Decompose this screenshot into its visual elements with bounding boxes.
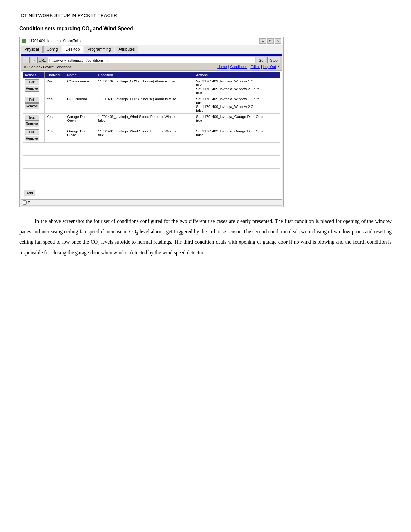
stop-button[interactable]: Stop — [267, 57, 280, 63]
edit-button-3[interactable]: Edit — [25, 115, 39, 121]
remove-button-2[interactable]: Remove — [25, 103, 39, 109]
condition-1: 11701409_lavtheja_CO2 (In house) Alarm i… — [96, 78, 194, 96]
edit-button-1[interactable]: Edit — [25, 79, 39, 85]
url-input[interactable] — [48, 57, 255, 63]
actions-4: Set 11701409_lavtheja_Garage Door On tof… — [194, 128, 280, 143]
tab-config[interactable]: Config — [43, 46, 62, 53]
bottom-area: Top — [21, 199, 282, 205]
action-cell-1: Edit Remove — [25, 79, 43, 92]
condition-2: 11701409_lavtheja_CO2 (In house) Alarm i… — [96, 96, 194, 114]
tab-physical[interactable]: Physical — [21, 46, 43, 53]
remove-button-4[interactable]: Remove — [25, 136, 39, 141]
empty-row — [23, 149, 280, 156]
add-button[interactable]: Add — [24, 190, 35, 196]
enabled-4: Yes — [44, 128, 65, 143]
top-checkbox-label: Top — [23, 200, 34, 205]
table-row: Edit Remove Yes CO2 Normal 11701409_lavt… — [23, 96, 280, 114]
go-button[interactable]: Go — [256, 57, 267, 63]
nav-conditions[interactable]: Conditions — [230, 65, 247, 69]
top-checkbox-text: Top — [28, 201, 34, 205]
col-header-actions: Actions — [23, 72, 45, 78]
remove-button-1[interactable]: Remove — [25, 86, 39, 92]
col-header-name: Name — [65, 72, 96, 78]
enabled-2: Yes — [44, 96, 65, 114]
action-cell-3: Edit Remove — [25, 115, 43, 127]
server-links: Home | Conditions | Editor | Log Out ∧ — [217, 65, 280, 69]
empty-row — [23, 169, 280, 175]
condition-4: 11701409_lavtheja_Wind Speed Detector Wi… — [96, 128, 194, 143]
url-label: URL — [39, 58, 46, 62]
simulator-window: 11701409_lavtheja_SmartTablet – □ ✕ Phys… — [19, 37, 284, 207]
window-titlebar: 11701409_lavtheja_SmartTablet – □ ✕ — [20, 37, 283, 45]
empty-row — [23, 175, 280, 181]
actions-3: Set 11701409_lavtheja_Garage Door On tot… — [194, 114, 280, 128]
edit-button-2[interactable]: Edit — [25, 97, 39, 103]
tab-desktop[interactable]: Desktop — [62, 46, 83, 53]
nav-logout[interactable]: Log Out — [263, 65, 276, 69]
action-cell-4: Edit Remove — [25, 129, 43, 141]
close-button[interactable]: ✕ — [275, 38, 281, 44]
actions-2: Set 11701409_lavtheja_Window 1 On tofals… — [194, 96, 280, 114]
tab-programming[interactable]: Programming — [84, 46, 114, 53]
page-title: IOT NETWORK SETUP IN PACKET TRACER — [19, 13, 392, 18]
empty-row — [23, 156, 280, 162]
back-button[interactable]: ‹ — [23, 57, 30, 63]
actions-1: Set 11701409_lavtheja_Window 1 On totrue… — [194, 78, 280, 96]
nav-home[interactable]: Home — [217, 65, 227, 69]
action-cell-2: Edit Remove — [25, 97, 43, 109]
server-label: IoT Server - Device Conditions — [23, 65, 72, 69]
condition-3: 11701409_lavtheja_Wind Speed Detector Wi… — [96, 114, 194, 128]
name-2: CO2 Normal — [65, 96, 96, 114]
name-4: Garage DoorClose — [65, 128, 96, 143]
col-header-enabled: Enabled — [44, 72, 65, 78]
empty-row — [23, 162, 280, 169]
forward-button[interactable]: › — [31, 57, 38, 63]
enabled-1: Yes — [44, 78, 65, 96]
window-controls: – □ ✕ — [259, 38, 281, 44]
top-checkbox[interactable] — [23, 200, 27, 205]
body-paragraph: In the above screenshot the four set of … — [19, 216, 392, 257]
nav-bar: ‹ › URL Go Stop — [23, 57, 280, 63]
remove-button-3[interactable]: Remove — [25, 121, 39, 127]
empty-row — [23, 143, 280, 149]
col-header-actions2: Actions — [194, 72, 280, 78]
window-app-icon — [22, 39, 26, 43]
edit-button-4[interactable]: Edit — [25, 129, 39, 135]
table-row: Edit Remove Yes Garage DoorClose 1170140… — [23, 128, 280, 143]
section-heading: Condition sets regarding CO2 and Wind Sp… — [19, 26, 392, 32]
name-1: CO2 increase — [65, 78, 96, 96]
maximize-button[interactable]: □ — [267, 38, 274, 44]
col-header-condition: Condition — [96, 72, 194, 78]
empty-row — [23, 181, 280, 188]
highlight-bar — [21, 54, 282, 56]
table-row: Edit Remove Yes CO2 increase 11701409_la… — [23, 78, 280, 96]
enabled-3: Yes — [44, 114, 65, 128]
browser-bar: ‹ › URL Go Stop IoT Server - Device Cond… — [21, 56, 282, 71]
name-3: Garage DoorOpen — [65, 114, 96, 128]
table-area: Actions Enabled Name Condition Actions E… — [21, 71, 282, 199]
window-title-text: 11701409_lavtheja_SmartTablet — [28, 39, 259, 43]
conditions-table: Actions Enabled Name Condition Actions E… — [23, 72, 280, 188]
server-bar: IoT Server - Device Conditions Home | Co… — [23, 64, 280, 69]
tab-attributes[interactable]: Attributes — [115, 46, 138, 53]
nav-editor[interactable]: Editor — [250, 65, 260, 69]
tab-bar: Physical Config Desktop Programming Attr… — [20, 45, 283, 53]
minimize-button[interactable]: – — [259, 38, 266, 44]
table-row: Edit Remove Yes Garage DoorOpen 11701409… — [23, 114, 280, 128]
